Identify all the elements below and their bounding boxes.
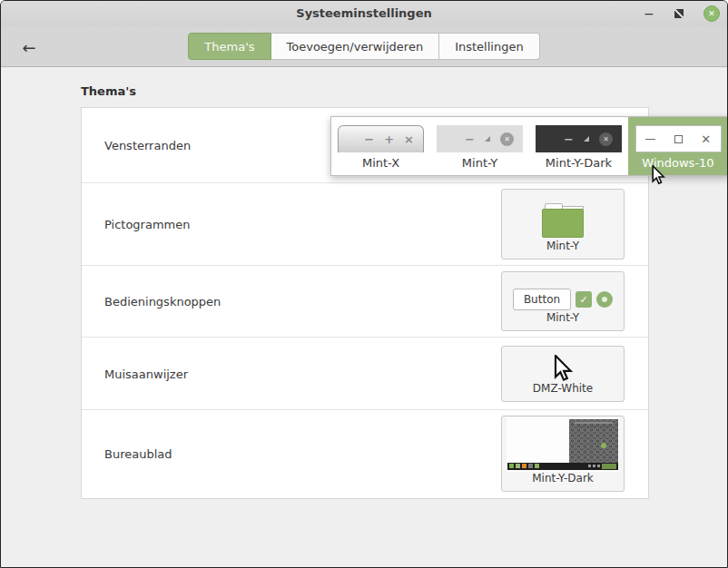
- mouse-cursor: [651, 165, 665, 185]
- maximize-icon: [485, 136, 490, 142]
- popup-item-label: Mint-Y: [462, 156, 497, 170]
- maximize-icon[interactable]: [674, 9, 684, 18]
- tab-toevoegen-verwijderen[interactable]: Toevoegen/verwijderen: [271, 33, 440, 60]
- popup-item-label: Mint-Y-Dark: [546, 156, 612, 170]
- row-bedieningsknoppen: Bedieningsknoppen Button ✓ Mint-Y: [82, 265, 648, 337]
- desktop-preview-thumbnail: [507, 417, 619, 472]
- window-borders-popup: − + × Mint-X − ✕ Mint-Y − ✕ Mint-Y-Dark: [330, 116, 728, 176]
- back-button[interactable]: ←: [15, 34, 43, 61]
- folder-icon: [542, 203, 584, 238]
- minimize-icon: −: [364, 132, 374, 146]
- section-heading: Thema's: [81, 84, 136, 98]
- system-settings-window: Systeeminstellingen − ✕ ← Thema's Toevoe…: [0, 0, 728, 568]
- minimize-icon: [645, 139, 655, 140]
- popup-item-mint-y-dark[interactable]: − ✕ Mint-Y-Dark: [529, 117, 628, 175]
- sample-radio-icon: [596, 291, 613, 308]
- mint-x-titlebar-preview: − + ×: [338, 125, 424, 152]
- sample-checkbox-icon: ✓: [576, 291, 592, 308]
- desktop-theme-value: Mint-Y-Dark: [532, 472, 594, 491]
- row-label: Bureaublad: [104, 446, 172, 460]
- tab-instellingen[interactable]: Instellingen: [439, 33, 540, 60]
- maximize-icon: [674, 135, 683, 143]
- back-arrow-icon: ←: [22, 38, 35, 57]
- windows-10-titlebar-preview: ✕: [635, 125, 722, 152]
- controls-theme-value: Mint-Y: [546, 311, 579, 330]
- cursor-theme-button[interactable]: DMZ-White: [501, 346, 625, 402]
- tab-themas[interactable]: Thema's: [188, 33, 271, 60]
- tab-group: Thema's Toevoegen/verwijderen Instelling…: [188, 33, 539, 60]
- close-icon: ✕: [500, 132, 514, 146]
- maximize-icon: +: [384, 132, 394, 146]
- close-icon: ✕: [599, 132, 613, 146]
- mint-y-titlebar-preview: − ✕: [437, 125, 523, 152]
- cursor-theme-value: DMZ-White: [533, 382, 593, 401]
- close-icon: ✕: [708, 9, 715, 18]
- desktop-theme-button[interactable]: Mint-Y-Dark: [501, 416, 625, 492]
- close-button[interactable]: ✕: [703, 5, 720, 22]
- window-controls: − ✕: [644, 1, 720, 26]
- row-label: Vensterranden: [104, 139, 191, 152]
- row-label: Bedieningsknoppen: [104, 295, 221, 308]
- nav-bar: ← Thema's Toevoegen/verwijderen Instelli…: [1, 26, 727, 67]
- titlebar[interactable]: Systeeminstellingen − ✕: [1, 1, 727, 26]
- popup-item-mint-y[interactable]: − ✕ Mint-Y: [430, 117, 529, 175]
- popup-item-label: Mint-X: [362, 156, 399, 170]
- minimize-icon: −: [465, 132, 475, 146]
- sample-button: Button: [513, 289, 571, 310]
- mint-y-dark-titlebar-preview: − ✕: [536, 125, 622, 152]
- row-label: Pictogrammen: [104, 218, 191, 231]
- row-muisaanwijzer: Muisaanwijzer DMZ-White: [82, 337, 648, 409]
- minimize-icon: −: [564, 132, 574, 146]
- row-label: Muisaanwijzer: [104, 367, 188, 380]
- maximize-icon: [584, 136, 589, 142]
- controls-sample: Button ✓: [513, 289, 613, 310]
- icon-theme-value: Mint-Y: [546, 240, 579, 259]
- row-pictogrammen: Pictogrammen Mint-Y: [82, 182, 648, 265]
- popup-item-mint-x[interactable]: − + × Mint-X: [331, 117, 430, 175]
- minimize-button[interactable]: −: [644, 1, 654, 26]
- close-icon: ✕: [701, 132, 711, 146]
- row-bureaublad: Bureaublad: [82, 409, 648, 496]
- calendar-widget-preview: [569, 419, 618, 468]
- window-title: Systeeminstellingen: [1, 1, 727, 26]
- popup-item-windows-10[interactable]: ✕ Windows-10: [628, 117, 728, 175]
- controls-theme-button[interactable]: Button ✓ Mint-Y: [501, 271, 625, 331]
- icon-theme-button[interactable]: Mint-Y: [501, 189, 625, 260]
- taskbar-preview: [507, 463, 618, 470]
- close-icon: ×: [404, 132, 414, 146]
- cursor-preview-icon: [553, 355, 573, 382]
